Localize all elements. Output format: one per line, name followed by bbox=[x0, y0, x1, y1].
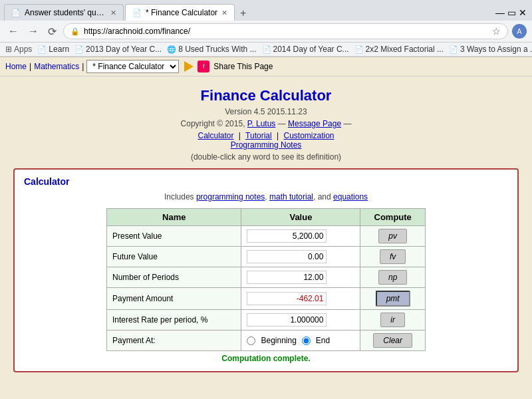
bookmark-2013-label: 2013 Day of Year C... bbox=[86, 45, 162, 54]
bookmark-2013[interactable]: 📄 2013 Day of Year C... bbox=[74, 45, 162, 54]
user-button[interactable]: A bbox=[512, 24, 527, 39]
tab-close-2[interactable]: ✕ bbox=[221, 9, 227, 17]
bookmark-2014[interactable]: 📄 2014 Day of Year C... bbox=[262, 45, 349, 54]
tab-answer-students[interactable]: 📄 Answer students' questions and ✕ bbox=[4, 4, 124, 21]
bookmark-trucks-icon: 🌐 bbox=[167, 45, 176, 54]
page-select[interactable]: * Finance Calculator bbox=[86, 60, 179, 73]
refresh-button[interactable]: ⟳ bbox=[45, 24, 59, 39]
page-navigation: Home | Mathematics | * Finance Calculato… bbox=[0, 57, 532, 76]
compute-button-np[interactable]: np bbox=[378, 270, 407, 285]
payment-at-label: Payment At: bbox=[107, 331, 241, 351]
equations-link[interactable]: equations bbox=[333, 192, 368, 201]
address-bar[interactable]: 🔒 https://arachnoid.com/finance/ ☆ bbox=[63, 23, 508, 39]
tab-favicon-2: 📄 bbox=[132, 9, 142, 17]
row-compute-cell-4: ir bbox=[360, 310, 426, 331]
bookmark-learn[interactable]: 📄 Learn bbox=[37, 45, 69, 54]
calculator-section: Calculator Includes programming notes, m… bbox=[13, 168, 519, 372]
apps-grid-icon: ⊞ bbox=[5, 45, 12, 54]
calculator-link[interactable]: Calculator bbox=[198, 131, 233, 140]
share-link[interactable]: Share This Page bbox=[213, 62, 273, 71]
row-compute-cell-3: pmt bbox=[360, 288, 426, 310]
col-header-compute: Compute bbox=[360, 209, 426, 226]
bookmark-factorial[interactable]: 📄 2x2 Mixed Factorial ... bbox=[354, 45, 444, 54]
beginning-radio[interactable] bbox=[247, 336, 255, 345]
end-label[interactable]: End bbox=[316, 336, 330, 345]
value-input-4[interactable] bbox=[247, 313, 327, 327]
nav-sep-2: | bbox=[82, 62, 84, 71]
back-button[interactable]: ← bbox=[5, 24, 21, 39]
row-label-4: Interest Rate per period, % bbox=[107, 310, 241, 331]
bookmark-3ways[interactable]: 📄 3 Ways to Assign a ... bbox=[449, 45, 532, 54]
completion-text: Computation complete. bbox=[24, 351, 508, 364]
tab-close-1[interactable]: ✕ bbox=[110, 9, 116, 17]
tab-finance-calculator[interactable]: 📄 * Finance Calculator ✕ bbox=[125, 4, 235, 21]
tab-title-2: * Finance Calculator bbox=[146, 8, 217, 17]
payment-at-radio-group: Beginning End bbox=[247, 336, 354, 345]
home-link[interactable]: Home bbox=[5, 62, 27, 71]
table-row: Future Valuefv bbox=[107, 247, 426, 267]
message-page-link[interactable]: Message Page bbox=[288, 119, 341, 128]
programming-notes-desc-link[interactable]: programming notes bbox=[196, 192, 265, 201]
mathematics-link[interactable]: Mathematics bbox=[34, 62, 79, 71]
desc-pre: Includes bbox=[164, 192, 194, 201]
minimize-button[interactable]: — bbox=[495, 7, 505, 18]
tab-title-1: Answer students' questions and bbox=[25, 8, 106, 17]
value-input-1[interactable] bbox=[247, 250, 327, 263]
clear-button[interactable]: Clear bbox=[373, 333, 412, 348]
share-icon[interactable]: f bbox=[198, 61, 209, 72]
row-compute-cell-1: fv bbox=[360, 247, 426, 267]
table-row: Payment Amountpmt bbox=[107, 288, 426, 310]
value-input-0[interactable] bbox=[247, 229, 327, 243]
calculator-table: Name Value Compute Present ValuepvFuture… bbox=[106, 208, 426, 351]
value-input-3[interactable] bbox=[247, 292, 327, 305]
bookmark-apps-label: Apps bbox=[14, 45, 32, 54]
forward-button[interactable]: → bbox=[25, 24, 41, 39]
row-value-cell-4 bbox=[241, 310, 360, 331]
compute-button-pmt[interactable]: pmt bbox=[376, 291, 410, 307]
row-value-cell-2 bbox=[241, 267, 360, 288]
bookmark-factorial-icon: 📄 bbox=[354, 45, 364, 54]
bookmark-star-button[interactable]: ☆ bbox=[492, 26, 501, 37]
calculator-section-title: Calculator bbox=[24, 176, 508, 187]
compute-button-ir[interactable]: ir bbox=[380, 313, 405, 327]
row-compute-cell-0: pv bbox=[360, 226, 426, 247]
programming-notes-link[interactable]: Programming Notes bbox=[231, 140, 302, 150]
tab-favicon-1: 📄 bbox=[11, 9, 21, 17]
row-value-cell-3 bbox=[241, 288, 360, 310]
row-label-1: Future Value bbox=[107, 247, 241, 267]
clear-cell: Clear bbox=[360, 331, 426, 351]
page-links: Calculator | Tutorial | Customization Pr… bbox=[11, 131, 521, 150]
play-button[interactable] bbox=[184, 61, 194, 72]
bookmark-learn-icon: 📄 bbox=[37, 45, 47, 54]
calculator-description: Includes programming notes, math tutoria… bbox=[24, 192, 508, 201]
new-tab-button[interactable]: + bbox=[236, 7, 250, 19]
bookmark-trucks[interactable]: 🌐 8 Used Trucks With ... bbox=[167, 45, 256, 54]
author-link[interactable]: P. Lutus bbox=[247, 119, 275, 128]
row-label-0: Present Value bbox=[107, 226, 241, 247]
math-tutorial-link[interactable]: math tutorial bbox=[269, 192, 313, 201]
link-sep-2: | bbox=[277, 131, 279, 140]
tutorial-link[interactable]: Tutorial bbox=[245, 131, 272, 140]
value-input-2[interactable] bbox=[247, 271, 327, 284]
payment-at-value: Beginning End bbox=[241, 331, 360, 351]
compute-button-pv[interactable]: pv bbox=[378, 229, 407, 243]
copyright-text: Copyright © 2015, bbox=[181, 119, 245, 128]
page-title: Finance Calculator bbox=[11, 87, 521, 104]
address-text: https://arachnoid.com/finance/ bbox=[84, 27, 488, 36]
customization-link[interactable]: Customization bbox=[283, 131, 334, 140]
compute-button-fv[interactable]: fv bbox=[380, 249, 406, 264]
em-dash-2: — bbox=[343, 119, 351, 128]
nav-sep-1: | bbox=[29, 62, 31, 71]
bookmark-apps[interactable]: ⊞ Apps bbox=[5, 45, 32, 54]
page-select-wrap: * Finance Calculator bbox=[86, 60, 179, 73]
close-window-button[interactable]: ✕ bbox=[519, 7, 527, 18]
maximize-button[interactable]: ▭ bbox=[507, 7, 516, 18]
bookmark-3ways-label: 3 Ways to Assign a ... bbox=[460, 45, 532, 54]
row-label-3: Payment Amount bbox=[107, 288, 241, 310]
beginning-label[interactable]: Beginning bbox=[261, 336, 296, 345]
col-header-value: Value bbox=[241, 209, 360, 226]
end-radio[interactable] bbox=[302, 336, 311, 345]
bookmark-3ways-icon: 📄 bbox=[449, 45, 458, 54]
payment-at-row: Payment At: Beginning End Clear bbox=[107, 331, 426, 351]
bookmark-2014-icon: 📄 bbox=[262, 45, 271, 54]
